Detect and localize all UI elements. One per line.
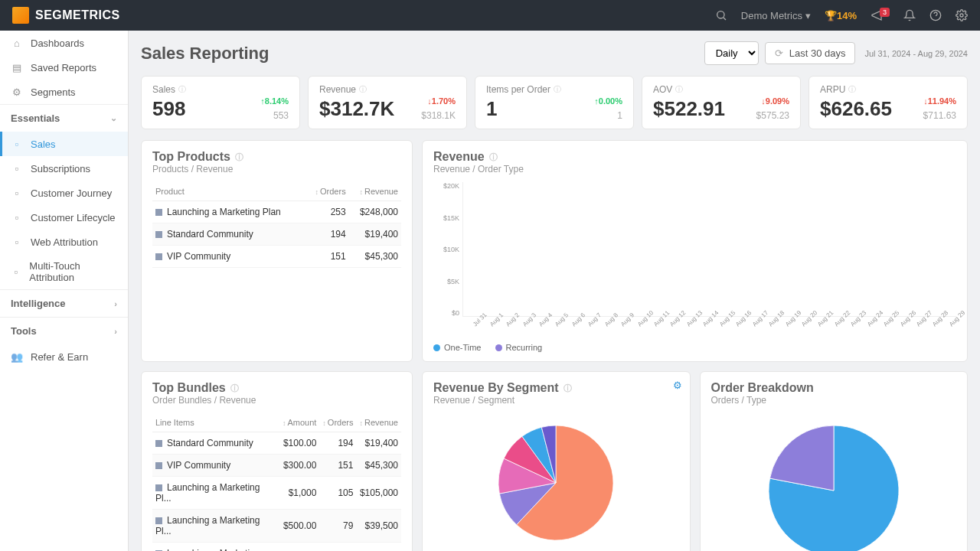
legend-recurring[interactable]: Recurring [495, 343, 543, 352]
brand-logo[interactable]: SEGMETRICS [12, 7, 120, 24]
sidebar-item-web-attribution[interactable]: ▫Web Attribution [0, 230, 128, 254]
kpi-arpu[interactable]: ARPUⓘ $626.65 ↓11.94%$711.63 [808, 76, 968, 129]
legend-one-time[interactable]: One-Time [433, 343, 482, 352]
kpi-aov[interactable]: AOVⓘ $522.91 ↓9.09%$575.23 [642, 76, 801, 129]
revenue-segment-pie [498, 425, 613, 540]
gear-icon[interactable]: ⚙ [673, 380, 682, 391]
top-products-table: Product ↕Orders ↕Revenue Launching a Mar… [152, 182, 401, 268]
table-row[interactable]: VIP Community151$45,300 [152, 246, 401, 268]
page-title: Sales Reporting [141, 44, 704, 64]
table-row[interactable]: Standard Community$100.00194$19,400 [152, 432, 401, 455]
topbar: SEGMETRICS Demo Metrics ▾ 🏆14% 3 [0, 0, 980, 31]
sidebar-item-customer-lifecycle[interactable]: ▫Customer Lifecycle [0, 205, 128, 230]
svg-point-0 [717, 11, 724, 18]
date-range-text: Jul 31, 2024 - Aug 29, 2024 [864, 49, 968, 58]
sidebar-item-customer-journey[interactable]: ▫Customer Journey [0, 181, 128, 205]
info-icon[interactable]: ⓘ [564, 383, 572, 394]
svg-point-4 [960, 14, 963, 17]
award-badge[interactable]: 🏆14% [825, 10, 857, 21]
search-icon[interactable] [715, 9, 727, 21]
sidebar-section-tools[interactable]: Tools› [0, 317, 128, 344]
sidebar-item-subscriptions[interactable]: ▫Subscriptions [0, 156, 128, 181]
info-icon[interactable]: ⓘ [489, 152, 498, 163]
order-breakdown-pie [769, 425, 899, 551]
bell-icon[interactable] [903, 9, 916, 21]
sidebar-section-essentials[interactable]: Essentials⌄ [0, 104, 128, 132]
gear-icon[interactable] [956, 9, 968, 21]
table-row[interactable]: Launching a Marketing Plan253$248,000 [152, 201, 401, 223]
sidebar-item-dashboards[interactable]: ⌂Dashboards [0, 31, 128, 55]
account-switcher[interactable]: Demo Metrics ▾ [741, 10, 811, 21]
kpi-sales[interactable]: Salesⓘ 598 ↑8.14%553 [141, 76, 300, 129]
top-products-card: Top Productsⓘ Products / Revenue Product… [141, 140, 413, 362]
info-icon[interactable]: ⓘ [230, 383, 239, 394]
help-icon[interactable] [929, 9, 942, 21]
order-breakdown-card: Order Breakdown Orders / Type [700, 371, 969, 551]
kpi-items-per-order[interactable]: Items per Orderⓘ 1 ↑0.00%1 [475, 76, 634, 129]
revenue-bar-chart: $20K$15K$10K$5K$0 Jul 31Aug 1Aug 2Aug 3A… [433, 182, 956, 335]
logo-icon [12, 7, 29, 24]
sidebar-item-segments[interactable]: ⚙Segments [0, 80, 128, 104]
users-icon: 👥 [11, 350, 23, 363]
table-row[interactable]: Launching a Marketing Pl...$1,50069$103,… [152, 543, 401, 552]
sidebar-item-multi-touch-attribution[interactable]: ▫Multi-Touch Attribution [0, 254, 128, 289]
main-content: Sales Reporting Daily ⟳ Last 30 days Jul… [129, 31, 980, 551]
table-row[interactable]: Launching a Marketing Pl...$500.0079$39,… [152, 510, 401, 543]
sidebar-refer-earn[interactable]: 👥 Refer & Earn [0, 344, 128, 369]
sidebar-item-saved-reports[interactable]: ▤Saved Reports [0, 55, 128, 80]
sidebar-item-sales[interactable]: ▫Sales [0, 132, 128, 156]
kpi-revenue[interactable]: Revenueⓘ $312.7K ↓1.70%$318.1K [308, 76, 467, 129]
brand-name: SEGMETRICS [35, 8, 120, 22]
revenue-chart-card: Revenueⓘ Revenue / Order Type $20K$15K$1… [422, 140, 968, 362]
frequency-select[interactable]: Daily [704, 41, 759, 65]
date-range-button[interactable]: ⟳ Last 30 days [765, 42, 856, 64]
sidebar-section-intelligence[interactable]: Intelligence› [0, 289, 128, 317]
table-row[interactable]: VIP Community$300.00151$45,300 [152, 455, 401, 477]
info-icon[interactable]: ⓘ [235, 152, 243, 163]
sidebar: ⌂Dashboards▤Saved Reports⚙Segments Essen… [0, 31, 129, 551]
table-row[interactable]: Standard Community194$19,400 [152, 223, 401, 246]
svg-line-1 [724, 18, 726, 20]
top-bundles-table: Line Items ↕Amount ↕Orders ↕Revenue Stan… [152, 413, 401, 551]
revenue-segment-card: ⚙ Revenue By Segmentⓘ Revenue / Segment … [422, 371, 691, 551]
table-row[interactable]: Launching a Marketing Pl...$1,000105$105… [152, 477, 401, 510]
top-bundles-card: Top Bundlesⓘ Order Bundles / Revenue Lin… [141, 371, 413, 551]
announce-icon[interactable]: 3 [871, 9, 890, 21]
